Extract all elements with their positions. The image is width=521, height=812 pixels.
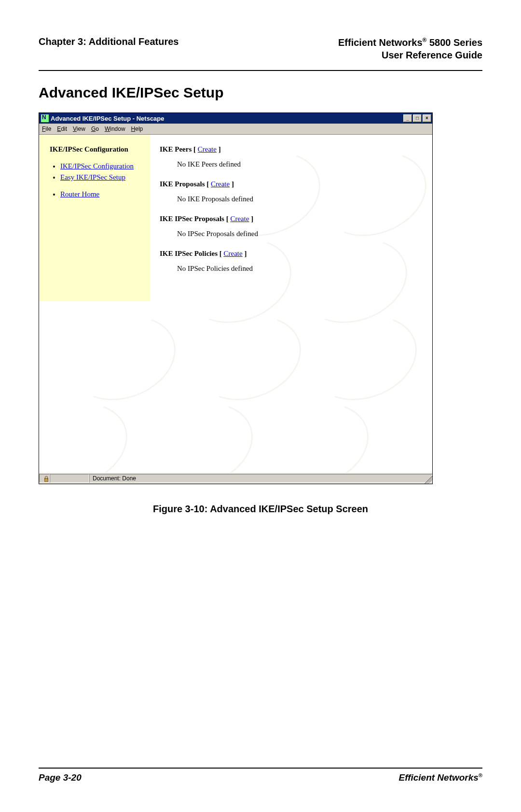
create-ike-proposals-link[interactable]: Create bbox=[211, 180, 230, 188]
status-spacer bbox=[50, 474, 89, 483]
menu-view[interactable]: View bbox=[73, 126, 85, 132]
chapter-label: Chapter 3: Additional Features bbox=[39, 36, 178, 47]
doc-title: Efficient Networks® 5800 Series User Ref… bbox=[338, 36, 482, 61]
minimize-button[interactable]: _ bbox=[403, 114, 412, 122]
link-ike-config[interactable]: IKE/IPSec Configuration bbox=[60, 162, 134, 170]
menu-help[interactable]: Help bbox=[131, 126, 143, 132]
section-heading: Advanced IKE/IPSec Setup bbox=[39, 84, 482, 101]
menu-edit[interactable]: Edit bbox=[57, 126, 67, 132]
ipsec-policies-heading: IKE IPSec Policies [ Create ] bbox=[160, 250, 258, 258]
sidebar-title: IKE/IPSec Configuration bbox=[50, 145, 143, 154]
sidebar-item-router-home: Router Home bbox=[60, 190, 143, 198]
status-security-cell bbox=[39, 474, 50, 483]
maximize-button[interactable]: □ bbox=[413, 114, 422, 122]
create-ipsec-policies-link[interactable]: Create bbox=[224, 250, 243, 257]
header-rule bbox=[39, 70, 482, 71]
ike-proposals-heading: IKE Proposals [ Create ] bbox=[160, 180, 258, 188]
screenshot-window: Advanced IKE/IPSec Setup - Netscape _ □ … bbox=[39, 112, 433, 484]
resize-grip-icon[interactable] bbox=[425, 476, 432, 484]
window-title: Advanced IKE/IPSec Setup - Netscape bbox=[51, 115, 165, 122]
ike-proposals-empty: No IKE Proposals defined bbox=[177, 195, 258, 203]
ike-peers-empty: No IKE Peers defined bbox=[177, 160, 258, 168]
menu-file[interactable]: File bbox=[42, 126, 51, 132]
netscape-icon bbox=[41, 114, 49, 122]
brand-name: Efficient Networks bbox=[338, 37, 422, 48]
figure-caption: Figure 3-10: Advanced IKE/IPSec Setup Sc… bbox=[39, 504, 482, 515]
lock-icon bbox=[42, 475, 46, 482]
link-router-home[interactable]: Router Home bbox=[60, 190, 99, 198]
footer-rule bbox=[39, 768, 482, 769]
content-area: IKE/IPSec Configuration IKE/IPSec Config… bbox=[39, 135, 432, 473]
close-button[interactable]: × bbox=[423, 114, 431, 122]
ipsec-proposals-heading: IKE IPSec Proposals [ Create ] bbox=[160, 215, 258, 223]
doc-subtitle: User Reference Guide bbox=[382, 50, 482, 60]
window-titlebar: Advanced IKE/IPSec Setup - Netscape _ □ … bbox=[39, 113, 432, 124]
ipsec-policies-empty: No IPSec Policies defined bbox=[177, 265, 258, 273]
ike-peers-heading: IKE Peers [ Create ] bbox=[160, 145, 258, 154]
registered-mark-footer: ® bbox=[479, 772, 482, 778]
link-easy-setup[interactable]: Easy IKE/IPSec Setup bbox=[60, 173, 125, 181]
sidebar-item-ike-config: IKE/IPSec Configuration bbox=[60, 162, 143, 170]
sidebar-item-easy-setup: Easy IKE/IPSec Setup bbox=[60, 173, 143, 182]
create-ipsec-proposals-link[interactable]: Create bbox=[230, 215, 249, 223]
sidebar: IKE/IPSec Configuration IKE/IPSec Config… bbox=[39, 135, 150, 301]
menu-window[interactable]: Window bbox=[105, 126, 125, 132]
ipsec-proposals-empty: No IPSec Proposals defined bbox=[177, 230, 258, 238]
page-number: Page 3-20 bbox=[39, 772, 82, 783]
status-text: Document: Done bbox=[89, 474, 432, 483]
menu-go[interactable]: Go bbox=[91, 126, 99, 132]
menu-bar: File Edit View Go Window Help bbox=[39, 124, 432, 135]
main-panel: IKE Peers [ Create ] No IKE Peers define… bbox=[150, 135, 268, 473]
page-footer: Page 3-20 Efficient Networks® bbox=[39, 768, 482, 783]
create-ike-peers-link[interactable]: Create bbox=[198, 145, 217, 153]
footer-brand: Efficient Networks® bbox=[398, 772, 482, 783]
page-header: Chapter 3: Additional Features Efficient… bbox=[39, 36, 482, 61]
status-bar: Document: Done bbox=[39, 473, 432, 484]
series-label: 5800 Series bbox=[426, 37, 482, 48]
